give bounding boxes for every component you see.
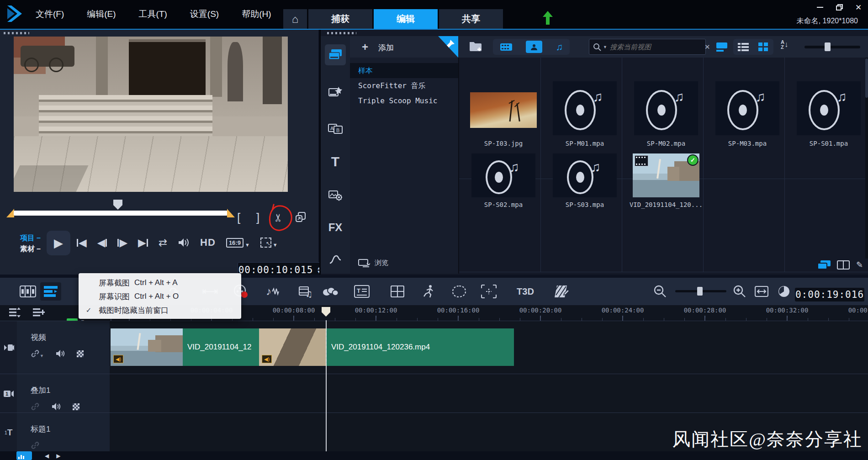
tab-edit[interactable]: 编辑 — [374, 9, 438, 29]
scroll-right-icon[interactable]: ▶ — [56, 453, 60, 459]
track-motion-icon[interactable] — [478, 282, 500, 301]
restore-button[interactable] — [833, 2, 845, 13]
tab-share[interactable]: 共享 — [439, 9, 503, 29]
view-list-button[interactable] — [733, 39, 753, 55]
scrub-bar[interactable] — [14, 211, 228, 216]
panel-drag-handle[interactable] — [4, 32, 29, 34]
timeline-timecode[interactable]: 0:00:19:016 — [795, 288, 864, 301]
preview-video-frame[interactable] — [14, 37, 288, 192]
timeline-view-icon[interactable] — [40, 282, 61, 301]
filter-audio-icon[interactable]: ♫ — [556, 42, 563, 53]
auto-music-icon[interactable]: ♫ — [296, 282, 315, 301]
aspect-ratio-button[interactable]: 16:9 — [226, 238, 243, 248]
sidebar-transition-icon[interactable]: AB — [325, 118, 346, 139]
zoom-in-icon[interactable] — [730, 282, 749, 301]
show-library-panel-icon[interactable] — [818, 260, 831, 270]
overlay-track-lane[interactable] — [110, 374, 868, 413]
pin-panel-button[interactable] — [438, 36, 458, 58]
storyboard-view-icon[interactable] — [18, 282, 37, 301]
next-frame-icon[interactable]: ▶ — [117, 237, 127, 249]
clip2-body[interactable]: VID_20191104_120236.mp4 — [327, 328, 514, 366]
category-item-0[interactable]: 样本 — [350, 63, 458, 78]
track-transparency-icon[interactable] — [73, 403, 79, 410]
sidebar-media-icon[interactable] — [325, 44, 346, 65]
overlay-track-icon[interactable]: 1 — [0, 374, 17, 413]
repeat-icon[interactable]: ⇄ — [159, 237, 167, 249]
menu-item-edit[interactable]: 编辑(E) — [87, 8, 116, 20]
clip2-thumbnail[interactable]: ◀) — [259, 328, 327, 366]
mode-clip-label[interactable]: 素材 — [20, 244, 41, 254]
slider-thumb[interactable] — [697, 287, 703, 296]
sidebar-motion-path-icon[interactable] — [325, 249, 346, 270]
link-icon[interactable] — [31, 441, 40, 450]
sidebar-title-icon[interactable]: T — [325, 151, 346, 172]
mute-track-icon[interactable] — [52, 402, 61, 411]
video-track-lane[interactable]: ◀) VID_20191104_12 ◀) VID_20191104_12023… — [110, 321, 868, 374]
track-transparency-icon[interactable] — [77, 350, 84, 357]
3d-title-icon[interactable]: T3D — [513, 282, 538, 301]
library-item-SP-S02.mpa[interactable]: ♫SP-S02.mpa — [463, 151, 544, 256]
mark-out-button[interactable]: ] — [256, 211, 259, 225]
import-folder-icon[interactable] — [469, 40, 483, 52]
thumbnail-size-slider[interactable] — [804, 46, 860, 48]
context-menu-item-hide-window-on-capture[interactable]: ✓截图时隐藏当前窗口 — [79, 303, 241, 317]
link-icon[interactable]: ▼ — [31, 349, 44, 358]
menu-item-file[interactable]: 文件(F) — [36, 8, 64, 20]
context-menu-item-screen-ocr[interactable]: 屏幕识图Ctrl + Alt + O — [79, 290, 241, 303]
menu-item-help[interactable]: 帮助(H) — [242, 8, 271, 20]
multicam-icon[interactable] — [320, 282, 341, 301]
mode-project-label[interactable]: 项目 — [20, 233, 41, 243]
subtitle-editor-icon[interactable]: T — [352, 282, 372, 301]
library-item-SP-M01.mpa[interactable]: ♫SP-M01.mpa — [544, 58, 625, 151]
library-item-SP-M02.mpa[interactable]: ♫SP-M02.mpa — [625, 58, 707, 151]
library-scrollbar[interactable] — [865, 58, 868, 259]
audio-mixer-icon[interactable] — [16, 451, 32, 460]
aspect-caret-icon[interactable]: ▼ — [245, 242, 250, 248]
library-item-SP-I03.jpg[interactable]: SP-I03.jpg — [463, 58, 544, 151]
selection-caret-icon[interactable]: ▼ — [273, 242, 278, 248]
mask-creator-icon[interactable] — [551, 282, 572, 301]
clip1-thumbnail[interactable]: ◀) — [111, 328, 183, 366]
category-item-1[interactable]: ScoreFitter 音乐 — [350, 78, 458, 93]
customize-motion-icon[interactable] — [449, 282, 470, 301]
tab-capture[interactable]: 捕获 — [308, 9, 372, 29]
edit-pencil-icon[interactable]: ✎ — [856, 260, 863, 270]
zoom-out-icon[interactable] — [651, 282, 670, 301]
close-button[interactable]: ✕ — [852, 2, 864, 13]
hd-preview-label[interactable]: HD — [200, 237, 216, 249]
sidebar-instant-project-icon[interactable] — [325, 82, 346, 103]
timeline-zoom-slider[interactable] — [675, 290, 726, 292]
link-icon[interactable] — [31, 402, 40, 411]
sound-mixer-icon[interactable]: ♪ — [263, 282, 282, 301]
dual-pane-view-icon[interactable] — [837, 260, 850, 270]
library-item-VID_20191104_120...[interactable]: ✓VID_20191104_120... — [625, 151, 707, 256]
enlarge-duplicate-icon[interactable] — [295, 211, 306, 222]
split-screen-template-icon[interactable] — [387, 282, 408, 301]
slider-thumb[interactable] — [825, 42, 831, 51]
selection-tool-icon[interactable]: ↖ — [260, 238, 271, 248]
clear-search-icon[interactable]: ✕ — [704, 43, 710, 51]
library-item-SP-M03.mpa[interactable]: ♫SP-M03.mpa — [707, 58, 788, 151]
ripple-time-icon[interactable] — [776, 282, 792, 301]
sort-icon[interactable]: AZ ↓ — [781, 40, 788, 50]
browse-button[interactable]: 浏览 — [358, 259, 388, 267]
go-end-icon[interactable]: ▶ — [138, 237, 148, 249]
volume-icon[interactable] — [178, 238, 190, 248]
go-start-icon[interactable]: ◀ — [77, 237, 87, 249]
minimize-button[interactable] — [814, 2, 826, 13]
filter-photo-icon[interactable] — [526, 41, 542, 53]
trim-out-handle[interactable] — [227, 209, 235, 217]
search-input[interactable] — [609, 42, 703, 51]
prev-frame-icon[interactable]: ◀ — [97, 237, 107, 249]
fit-timeline-window-icon[interactable] — [753, 282, 770, 301]
sidebar-fx-icon[interactable]: FX — [325, 217, 346, 238]
trim-in-handle[interactable] — [6, 209, 14, 217]
clip1-body[interactable]: VID_20191104_12 — [183, 328, 262, 366]
library-item-SP-S03.mpa[interactable]: ♫SP-S03.mpa — [544, 151, 625, 256]
category-item-2[interactable]: Triple Scoop Music — [350, 93, 458, 108]
menu-item-tools[interactable]: 工具(T) — [139, 8, 167, 20]
search-scope-caret-icon[interactable]: ▼ — [603, 45, 607, 49]
tab-home[interactable]: ⌂ — [283, 9, 307, 29]
mute-track-icon[interactable] — [56, 349, 65, 358]
title-track-icon[interactable]: 1T — [0, 413, 17, 452]
